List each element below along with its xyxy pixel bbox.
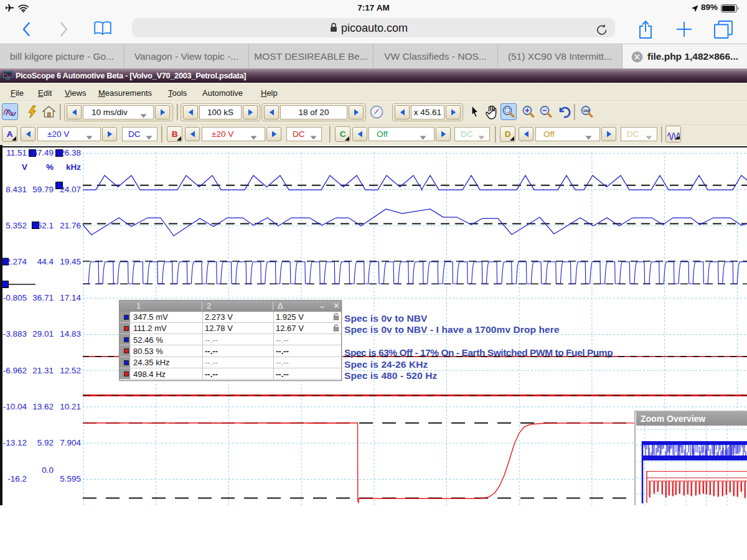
svg-text:100: 100 [583,109,590,113]
